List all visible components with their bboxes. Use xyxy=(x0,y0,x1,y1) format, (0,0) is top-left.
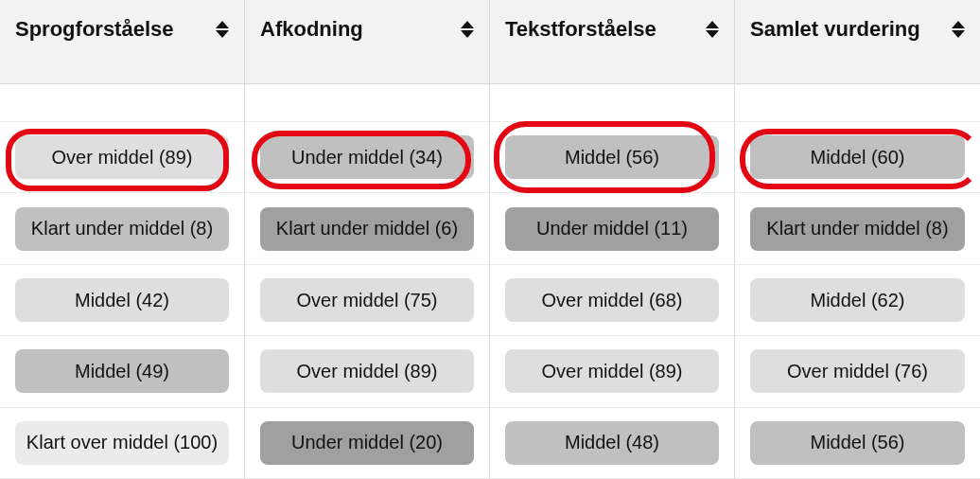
score-pill[interactable]: Over middel (68) xyxy=(505,278,719,322)
table-column: Samlet vurderingMiddel (60)Klart under m… xyxy=(735,0,980,479)
column-header[interactable]: Samlet vurdering xyxy=(735,0,980,84)
table-column: TekstforståelseMiddel (56)Under middel (… xyxy=(490,0,735,479)
table-cell: Over middel (89) xyxy=(0,122,244,193)
table-cell: Middel (49) xyxy=(0,336,244,407)
sort-icon[interactable] xyxy=(216,21,229,38)
score-pill[interactable]: Over middel (89) xyxy=(15,135,229,179)
table-cell: Over middel (89) xyxy=(245,336,489,407)
table-column: AfkodningUnder middel (34)Klart under mi… xyxy=(245,0,490,479)
score-pill[interactable]: Under middel (11) xyxy=(505,207,719,251)
score-pill[interactable]: Klart over middel (100) xyxy=(15,421,229,465)
score-pill[interactable]: Middel (56) xyxy=(750,421,965,465)
table-cell: Under middel (34) xyxy=(245,122,489,193)
score-pill[interactable]: Over middel (75) xyxy=(260,278,474,322)
table-cell: Middel (62) xyxy=(735,265,980,336)
column-title: Samlet vurdering xyxy=(750,17,920,41)
spacer xyxy=(490,84,734,122)
column-title: Tekstforståelse xyxy=(505,17,656,41)
score-pill[interactable]: Middel (48) xyxy=(505,421,719,465)
table-cell: Klart under middel (8) xyxy=(0,193,244,264)
table-cell: Middel (56) xyxy=(735,408,980,479)
table-cell: Middel (56) xyxy=(490,122,734,193)
sort-icon[interactable] xyxy=(952,21,965,38)
score-pill[interactable]: Middel (60) xyxy=(750,135,965,179)
table-cell: Under middel (20) xyxy=(245,408,489,479)
score-pill[interactable]: Middel (62) xyxy=(750,278,965,322)
score-pill[interactable]: Over middel (89) xyxy=(505,349,719,393)
table-cell: Middel (60) xyxy=(735,122,980,193)
score-pill[interactable]: Middel (42) xyxy=(15,278,229,322)
score-pill[interactable]: Klart under middel (8) xyxy=(15,207,229,251)
table-cell: Over middel (68) xyxy=(490,265,734,336)
score-pill[interactable]: Over middel (76) xyxy=(750,349,965,393)
column-header[interactable]: Tekstforståelse xyxy=(490,0,734,84)
spacer xyxy=(735,84,980,122)
spacer xyxy=(0,84,244,122)
table-cell: Under middel (11) xyxy=(490,193,734,264)
table: SprogforståelseOver middel (89)Klart und… xyxy=(0,0,980,479)
table-cell: Over middel (89) xyxy=(490,336,734,407)
table-column: SprogforståelseOver middel (89)Klart und… xyxy=(0,0,245,479)
table-cell: Middel (42) xyxy=(0,265,244,336)
score-pill[interactable]: Under middel (20) xyxy=(260,421,474,465)
score-pill[interactable]: Middel (56) xyxy=(505,135,719,179)
sort-icon[interactable] xyxy=(706,21,719,38)
score-pill[interactable]: Middel (49) xyxy=(15,349,229,393)
score-pill[interactable]: Over middel (89) xyxy=(260,349,474,393)
spacer xyxy=(245,84,489,122)
table-cell: Over middel (76) xyxy=(735,336,980,407)
score-pill[interactable]: Under middel (34) xyxy=(260,135,474,179)
score-pill[interactable]: Klart under middel (6) xyxy=(260,207,474,251)
score-pill[interactable]: Klart under middel (8) xyxy=(750,207,965,251)
column-header[interactable]: Sprogforståelse xyxy=(0,0,244,84)
table-cell: Middel (48) xyxy=(490,408,734,479)
sort-icon[interactable] xyxy=(461,21,474,38)
table-cell: Klart under middel (8) xyxy=(735,193,980,264)
column-header[interactable]: Afkodning xyxy=(245,0,489,84)
table-cell: Klart over middel (100) xyxy=(0,408,244,479)
column-title: Afkodning xyxy=(260,17,363,41)
table-cell: Over middel (75) xyxy=(245,265,489,336)
table-cell: Klart under middel (6) xyxy=(245,193,489,264)
column-title: Sprogforståelse xyxy=(15,17,174,41)
